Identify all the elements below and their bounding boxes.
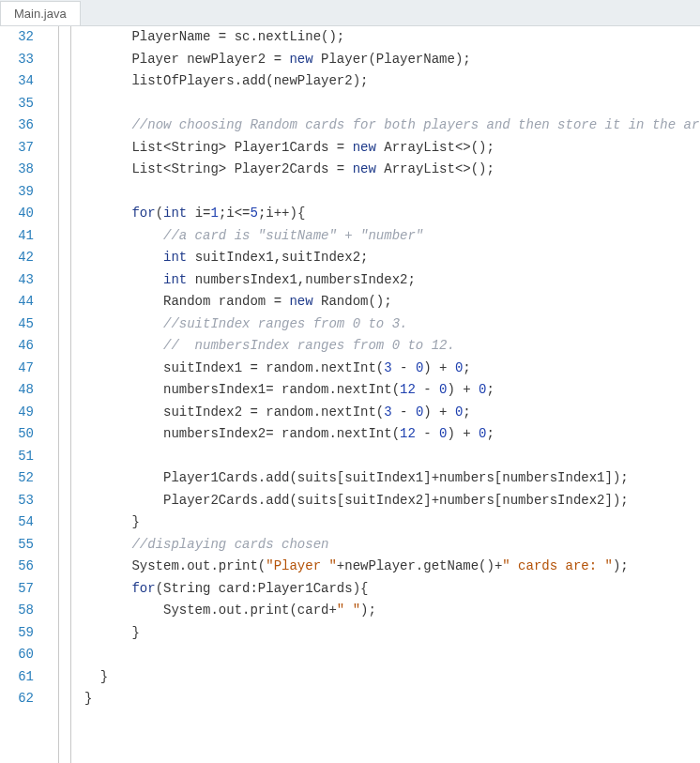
code-line[interactable]: //suitIndex ranges from 0 to 3.	[84, 313, 700, 336]
code-line[interactable]: System.out.print("Player "+newPlayer.get…	[84, 556, 700, 578]
line-number: 49	[0, 402, 34, 424]
code-line[interactable]: suitIndex2 = random.nextInt(3 - 0) + 0;	[84, 402, 700, 424]
code-line[interactable]	[84, 446, 700, 468]
line-number: 40	[0, 203, 34, 225]
code-line[interactable]: numbersIndex1= random.nextInt(12 - 0) + …	[84, 379, 700, 402]
fold-area	[47, 26, 84, 763]
code-line[interactable]: }	[84, 511, 700, 534]
code-line[interactable]: Player newPlayer2 = new Player(PlayerNam…	[84, 49, 700, 71]
line-number: 45	[0, 313, 34, 336]
line-number: 52	[0, 467, 34, 490]
code-line[interactable]: suitIndex1 = random.nextInt(3 - 0) + 0;	[84, 358, 700, 380]
code-line[interactable]: List<String> Player1Cards = new ArrayLis…	[84, 137, 700, 160]
line-number: 51	[0, 446, 34, 468]
line-number: 62	[0, 688, 34, 710]
line-number: 43	[0, 269, 34, 292]
line-number: 34	[0, 70, 34, 93]
code-area[interactable]: PlayerName = sc.nextLine(); Player newPl…	[84, 26, 700, 763]
tab-main-java[interactable]: Main.java	[0, 1, 81, 25]
line-number: 35	[0, 93, 34, 115]
code-line[interactable]	[84, 93, 700, 115]
tab-bar: Main.java	[0, 0, 700, 26]
code-line[interactable]: System.out.print(card+" ");	[84, 600, 700, 622]
line-number: 58	[0, 600, 34, 622]
line-number: 56	[0, 556, 34, 578]
line-number: 33	[0, 49, 34, 71]
line-number: 37	[0, 137, 34, 160]
line-number: 36	[0, 114, 34, 137]
line-number: 60	[0, 644, 34, 666]
code-line[interactable]: numbersIndex2= random.nextInt(12 - 0) + …	[84, 423, 700, 446]
line-number: 42	[0, 247, 34, 269]
line-number: 48	[0, 379, 34, 402]
code-line[interactable]: //a card is "suitName" + "number"	[84, 225, 700, 248]
code-line[interactable]: }	[84, 666, 700, 689]
code-line[interactable]: }	[84, 688, 700, 710]
code-line[interactable]	[84, 181, 700, 204]
code-line[interactable]: //displaying cards chosen	[84, 534, 700, 557]
code-line[interactable]: int suitIndex1,suitIndex2;	[84, 247, 700, 269]
code-line[interactable]: // numbersIndex ranges from 0 to 12.	[84, 335, 700, 358]
code-line[interactable]: PlayerName = sc.nextLine();	[84, 26, 700, 49]
line-number: 50	[0, 423, 34, 446]
line-number: 59	[0, 622, 34, 645]
code-line[interactable]	[84, 644, 700, 666]
code-line[interactable]: Player1Cards.add(suits[suitIndex1]+numbe…	[84, 467, 700, 490]
line-number: 47	[0, 358, 34, 380]
line-number: 57	[0, 578, 34, 601]
line-number: 39	[0, 181, 34, 204]
line-number: 41	[0, 225, 34, 248]
code-line[interactable]: Random random = new Random();	[84, 291, 700, 313]
line-number: 46	[0, 335, 34, 358]
line-number: 38	[0, 159, 34, 181]
line-number: 32	[0, 26, 34, 49]
code-line[interactable]: for(int i=1;i<=5;i++){	[84, 203, 700, 225]
line-number: 44	[0, 291, 34, 313]
code-line[interactable]: //now choosing Random cards for both pla…	[84, 114, 700, 137]
line-gutter: 3233343536373839404142434445464748495051…	[0, 26, 47, 763]
code-line[interactable]: List<String> Player2Cards = new ArrayLis…	[84, 159, 700, 181]
code-line[interactable]: Player2Cards.add(suits[suitIndex2]+numbe…	[84, 490, 700, 512]
code-line[interactable]: }	[84, 622, 700, 645]
line-number: 53	[0, 490, 34, 512]
line-number: 54	[0, 511, 34, 534]
line-number: 61	[0, 666, 34, 689]
code-editor[interactable]: 3233343536373839404142434445464748495051…	[0, 26, 700, 763]
line-number: 55	[0, 534, 34, 557]
code-line[interactable]: listOfPlayers.add(newPlayer2);	[84, 70, 700, 93]
code-line[interactable]: for(String card:Player1Cards){	[84, 578, 700, 601]
code-line[interactable]: int numbersIndex1,numbersIndex2;	[84, 269, 700, 292]
